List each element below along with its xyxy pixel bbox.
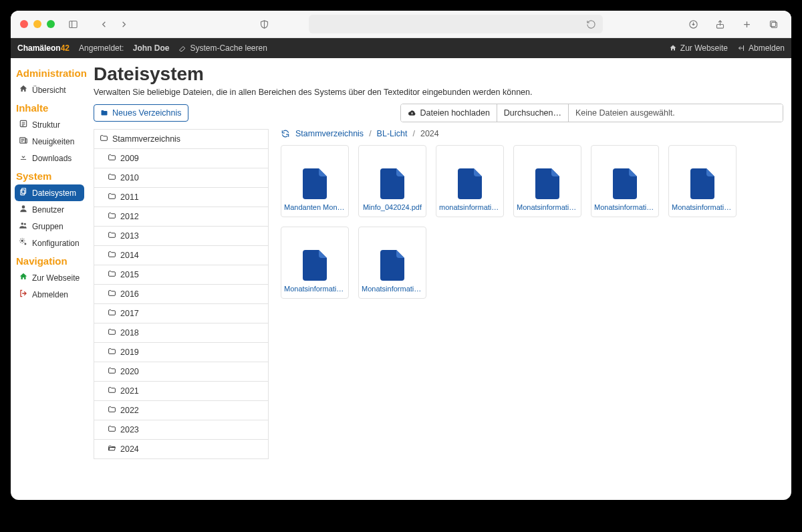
- folder-icon: [108, 308, 116, 319]
- file-card[interactable]: monatsinformation…: [436, 145, 504, 217]
- tree-item[interactable]: 2010: [94, 168, 268, 188]
- tree-item[interactable]: 2017: [94, 304, 268, 323]
- sidebar-item-label: Dateisystem: [32, 188, 76, 198]
- shield-icon[interactable]: [255, 15, 273, 33]
- sidebar-item-label: Abmelden: [32, 290, 68, 299]
- file-pane: Stammverzeichnis / BL-Licht / 2024 Manda…: [281, 129, 783, 299]
- new-tab-icon[interactable]: [738, 15, 755, 33]
- minimize-icon[interactable]: [33, 20, 41, 28]
- nav-buttons: [95, 15, 132, 33]
- svg-rect-8: [770, 21, 775, 26]
- upload-button[interactable]: Dateien hochladen: [401, 104, 497, 122]
- app-window: Chamäleon42 Angemeldet: John Doe System-…: [11, 11, 791, 500]
- file-card[interactable]: Monatsinformation…: [358, 227, 426, 299]
- sidebar-item-neuigkeiten[interactable]: Neuigkeiten: [15, 133, 84, 150]
- sidebar-item-dateisystem[interactable]: Dateisystem: [15, 184, 84, 201]
- download-icon[interactable]: [684, 15, 702, 33]
- file-card[interactable]: Mandanten Monat…: [281, 145, 349, 217]
- folder-icon: [108, 153, 116, 164]
- tree-item[interactable]: 2024: [94, 440, 268, 459]
- sidebar-item-downloads[interactable]: Downloads: [15, 150, 84, 166]
- sidebar-item-abmelden[interactable]: Abmelden: [15, 286, 84, 303]
- crumb-mid[interactable]: BL-Licht: [377, 129, 408, 138]
- files-icon: [19, 187, 28, 198]
- crumb-root[interactable]: Stammverzeichnis: [295, 129, 364, 138]
- logout-button[interactable]: Abmelden: [737, 43, 785, 53]
- close-icon[interactable]: [20, 20, 28, 28]
- back-icon[interactable]: [95, 15, 112, 33]
- reload-icon[interactable]: [586, 19, 596, 29]
- sidebar-item-label: Benutzer: [32, 205, 64, 215]
- tree-item[interactable]: 2014: [94, 246, 268, 265]
- url-bar[interactable]: [309, 15, 603, 33]
- folder-icon: [100, 134, 108, 144]
- file-icon: [303, 168, 327, 199]
- new-directory-button[interactable]: Neues Verzeichnis: [94, 104, 188, 122]
- browse-button[interactable]: Durchsuchen…: [497, 104, 568, 122]
- sidebar-item-gruppen[interactable]: Gruppen: [15, 218, 84, 235]
- tree-item[interactable]: 2011: [94, 188, 268, 207]
- folder-icon: [108, 327, 116, 338]
- tree-item[interactable]: 2021: [94, 382, 268, 401]
- tree-item-label: 2022: [120, 406, 139, 415]
- tree-item-label: 2016: [120, 289, 139, 299]
- users-icon: [19, 221, 28, 232]
- tree-item[interactable]: 2015: [94, 265, 268, 285]
- tree-item-label: 2024: [120, 444, 139, 454]
- download-icon: [19, 152, 28, 164]
- sidebar-item-label: Neuigkeiten: [32, 137, 74, 146]
- tree-item[interactable]: 2012: [94, 207, 268, 227]
- to-website-button[interactable]: Zur Webseite: [669, 43, 728, 53]
- sidebar-item-konfiguration[interactable]: Konfiguration: [15, 235, 84, 251]
- svg-point-21: [21, 223, 24, 225]
- upload-group: Dateien hochladen Durchsuchen… Keine Dat…: [400, 104, 783, 122]
- brand[interactable]: Chamäleon42: [17, 43, 70, 53]
- folder-icon: [108, 172, 116, 183]
- tree-item-label: 2010: [120, 173, 139, 182]
- tree-item[interactable]: 2022: [94, 401, 268, 420]
- tree-item[interactable]: 2019: [94, 343, 268, 362]
- svg-point-20: [22, 205, 25, 209]
- sidebar-item-label: Gruppen: [32, 222, 63, 231]
- brand-suffix: 42: [61, 43, 70, 53]
- file-card[interactable]: Monatsinformation…: [513, 145, 581, 217]
- svg-rect-19: [21, 190, 25, 195]
- sidebar-item-benutzer[interactable]: Benutzer: [15, 201, 84, 218]
- home-icon: [19, 84, 28, 96]
- maximize-icon[interactable]: [47, 20, 55, 28]
- sidebar-item-struktur[interactable]: Struktur: [15, 116, 84, 133]
- tree-item[interactable]: 2018: [94, 323, 268, 343]
- tree-item[interactable]: 2023: [94, 420, 268, 440]
- forward-icon[interactable]: [115, 15, 132, 33]
- clear-cache-button[interactable]: System-Cache leeren: [178, 43, 267, 53]
- tabs-icon[interactable]: [765, 15, 782, 33]
- browser-chrome: [11, 11, 791, 38]
- user-name: John Doe: [133, 43, 170, 53]
- tree-item-label: 2017: [120, 309, 139, 318]
- file-name: Monatsinformation…: [517, 203, 578, 211]
- file-icon: [535, 168, 559, 199]
- svg-point-22: [24, 223, 26, 225]
- file-card[interactable]: Minfo_042024.pdf: [358, 145, 426, 217]
- file-card[interactable]: Monatsinformation…: [281, 227, 349, 299]
- sidebar-item-zur-webseite[interactable]: Zur Webseite: [15, 269, 84, 286]
- refresh-icon[interactable]: [281, 129, 290, 138]
- sidebar: AdministrationÜbersichtInhalteStrukturNe…: [11, 58, 90, 500]
- brand-main: Chamäleon: [17, 43, 61, 53]
- file-icon: [690, 168, 714, 199]
- tree-item[interactable]: 2013: [94, 227, 268, 246]
- tree-item[interactable]: 2020: [94, 362, 268, 382]
- breadcrumb: Stammverzeichnis / BL-Licht / 2024: [281, 129, 783, 138]
- share-icon[interactable]: [711, 15, 728, 33]
- file-card[interactable]: Monatsinformation…: [668, 145, 737, 217]
- tree-item[interactable]: 2009: [94, 149, 268, 168]
- sidebar-item-übersicht[interactable]: Übersicht: [15, 82, 84, 98]
- app-topbar: Chamäleon42 Angemeldet: John Doe System-…: [11, 38, 791, 58]
- tree-item[interactable]: 2016: [94, 285, 268, 304]
- file-card[interactable]: Monatsinformation…: [591, 145, 659, 217]
- tree-root[interactable]: Stammverzeichnis: [94, 130, 268, 149]
- file-icon: [458, 168, 482, 199]
- sidebar-toggle-icon[interactable]: [64, 15, 82, 33]
- toolbar: Neues Verzeichnis Dateien hochladen Durc…: [94, 104, 783, 122]
- file-icon: [380, 168, 404, 199]
